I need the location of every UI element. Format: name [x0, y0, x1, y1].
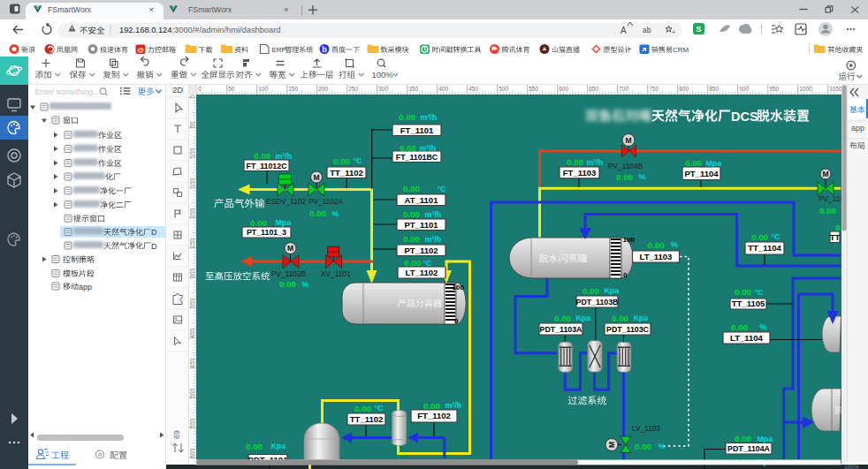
svg-text:50: 50 [228, 86, 235, 92]
svg-text:°C: °C [354, 156, 363, 165]
svg-text:0.00: 0.00 [250, 218, 268, 228]
svg-text:192.168.0.124:3000/#/admin/hmi: 192.168.0.124:3000/#/admin/hmi/dashboard [119, 26, 280, 34]
svg-text:ESDV_1102: ESDV_1102 [266, 197, 306, 206]
svg-text:1050: 1050 [829, 86, 842, 92]
svg-text:0: 0 [454, 317, 459, 325]
svg-text:850: 850 [709, 86, 719, 92]
svg-text:AT_1101: AT_1101 [405, 195, 439, 205]
svg-text:°C: °C [772, 232, 781, 241]
svg-text:150: 150 [288, 86, 298, 92]
svg-text:0: 0 [198, 86, 202, 92]
svg-text:TT_1102: TT_1102 [330, 168, 363, 178]
svg-text:PT_1104: PT_1104 [684, 169, 719, 178]
svg-text:0.00: 0.00 [567, 157, 584, 167]
svg-text:0: 0 [190, 95, 196, 98]
svg-text:400: 400 [190, 328, 196, 337]
svg-text:PT_1101_3: PT_1101_3 [247, 228, 286, 237]
svg-text:m³/h: m³/h [445, 401, 462, 410]
svg-text:b: b [322, 45, 327, 54]
svg-text:350: 350 [190, 298, 196, 307]
svg-text:+: + [179, 340, 182, 345]
svg-text:PT_1102: PT_1102 [404, 246, 438, 255]
svg-text:°C: °C [375, 404, 385, 412]
svg-text:DCS: DCS [731, 110, 758, 124]
svg-text:LT_1103: LT_1103 [640, 252, 673, 261]
svg-text:250: 250 [190, 238, 196, 247]
svg-text:Kpa: Kpa [271, 442, 286, 450]
svg-text:950: 950 [769, 86, 779, 92]
svg-text:LT_1104: LT_1104 [730, 333, 764, 343]
svg-text:0.00: 0.00 [751, 232, 769, 242]
svg-text:M: M [607, 442, 616, 448]
svg-text:Enter something...: Enter something... [35, 87, 100, 96]
svg-text:ERP: ERP [272, 46, 286, 54]
svg-text:%: % [659, 442, 666, 450]
svg-text:0.00: 0.00 [819, 206, 837, 216]
svg-text:m³/h: m³/h [420, 144, 437, 153]
svg-text:m³/h: m³/h [587, 158, 604, 167]
svg-text:400: 400 [438, 86, 448, 92]
svg-text:0.00: 0.00 [685, 158, 703, 168]
svg-text:A: A [621, 26, 627, 35]
svg-text:300: 300 [190, 268, 196, 277]
svg-text:550: 550 [190, 418, 196, 427]
svg-text:TT: TT [830, 232, 841, 242]
svg-text:TT_1104: TT_1104 [748, 243, 781, 253]
svg-text:650: 650 [589, 86, 598, 92]
svg-text:Mpa: Mpa [706, 159, 722, 168]
svg-text:1000: 1000 [799, 86, 812, 92]
svg-text:600: 600 [559, 86, 568, 92]
svg-text:0.00: 0.00 [648, 240, 666, 250]
svg-text:0.00: 0.00 [731, 322, 749, 332]
svg-text:0.00: 0.00 [279, 279, 297, 289]
svg-text:100%: 100% [372, 70, 394, 79]
svg-text:×: × [284, 4, 289, 14]
svg-text:D: D [151, 242, 157, 251]
svg-text:100: 100 [623, 236, 636, 244]
svg-text:app: app [79, 283, 92, 291]
svg-text:500: 500 [190, 388, 196, 397]
svg-text:0.00: 0.00 [403, 234, 421, 244]
svg-text:LV_1103: LV_1103 [632, 424, 660, 433]
svg-text:×: × [149, 4, 155, 14]
svg-text:Kpa: Kpa [634, 314, 649, 322]
svg-text:FT_1101: FT_1101 [400, 125, 434, 135]
svg-text:TT_1102: TT_1102 [350, 414, 384, 424]
svg-text:200: 200 [318, 86, 328, 92]
svg-text:450: 450 [190, 358, 196, 367]
svg-text:800: 800 [679, 86, 689, 92]
svg-text:0.00: 0.00 [254, 151, 271, 161]
svg-text:550: 550 [529, 86, 538, 92]
svg-text:0.00: 0.00 [246, 442, 263, 451]
svg-text:M: M [625, 136, 631, 145]
svg-text:700: 700 [619, 86, 628, 92]
svg-text:%: % [639, 172, 646, 181]
svg-text:0.00: 0.00 [582, 286, 600, 296]
svg-text:0.00: 0.00 [616, 172, 634, 182]
svg-text:m³/h: m³/h [425, 210, 442, 219]
svg-text:°C: °C [423, 259, 433, 268]
svg-text:250: 250 [348, 86, 358, 92]
svg-text:S: S [696, 25, 701, 34]
svg-text:m³/h: m³/h [276, 152, 293, 161]
svg-text:LT_1102: LT_1102 [406, 268, 438, 277]
svg-text:100: 100 [190, 148, 196, 157]
svg-text:2D: 2D [172, 85, 183, 95]
svg-text:%: % [332, 209, 339, 218]
svg-text:PDT_1103C: PDT_1103C [606, 325, 650, 334]
svg-text:CRM: CRM [673, 46, 689, 54]
svg-text:900: 900 [739, 86, 749, 92]
svg-text:100%: 100% [844, 464, 859, 469]
svg-text:0.00: 0.00 [612, 314, 629, 323]
svg-text:FT_1102: FT_1102 [417, 411, 451, 420]
svg-text:600: 600 [190, 448, 196, 458]
svg-text:100: 100 [453, 284, 465, 291]
svg-text:0.00: 0.00 [554, 314, 572, 323]
svg-text:PV_110: PV_110 [819, 194, 844, 203]
svg-text:450: 450 [468, 86, 478, 92]
svg-text:0.00: 0.00 [735, 434, 752, 443]
svg-text:PDT_1103B: PDT_1103B [576, 298, 619, 306]
svg-text:50: 50 [190, 121, 196, 128]
svg-text:m³/h: m³/h [425, 235, 442, 244]
svg-text:350: 350 [408, 86, 418, 92]
